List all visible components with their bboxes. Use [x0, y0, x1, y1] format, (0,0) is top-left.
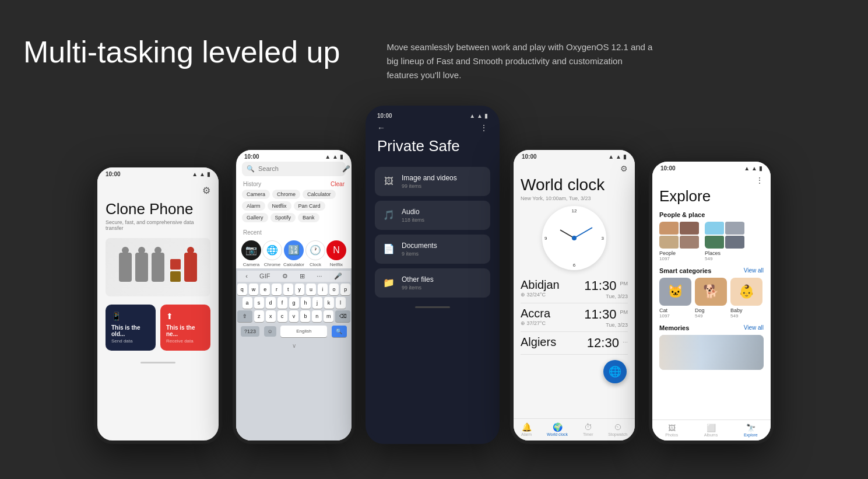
key-r[interactable]: r	[272, 284, 282, 295]
nav-albums[interactable]: ⬜ Albums	[704, 424, 718, 437]
audio-card[interactable]: 🎵 Audio 118 items	[375, 201, 490, 230]
dog-category[interactable]: 🐕 Dog 549	[695, 278, 727, 319]
smart-categories-row: 🐱 Cat 1097 🐕 Dog 549 👶 Baby 549	[659, 278, 764, 319]
key-p[interactable]: p	[340, 284, 350, 295]
key-v[interactable]: v	[289, 310, 299, 322]
tag-cloud: Camera Chrome Calculator Alarm Netflix P…	[236, 190, 352, 227]
nav-photos[interactable]: 🖼 Photos	[665, 424, 678, 437]
more-options[interactable]: ⋮	[480, 123, 488, 132]
key-o[interactable]: o	[329, 284, 339, 295]
key-n[interactable]: n	[312, 310, 322, 322]
app-chrome[interactable]: 🌐 Chrome	[262, 240, 282, 267]
docs-title: Documents	[402, 242, 482, 250]
send-data-card[interactable]: 📱 This is the old... Send data	[106, 305, 156, 351]
history-label: History	[243, 181, 261, 187]
memories-view-all[interactable]: View all	[744, 324, 764, 331]
audio-icon: 🎵	[383, 209, 395, 221]
tag-gallery[interactable]: Gallery	[242, 213, 268, 222]
places-group[interactable]: Places 549	[705, 222, 746, 261]
key-space[interactable]: English	[280, 326, 327, 337]
app-clock[interactable]: 🕐 Clock	[305, 240, 325, 267]
docs-count: 9 items	[402, 251, 482, 257]
figure-1	[119, 253, 132, 282]
key-f[interactable]: f	[277, 297, 287, 309]
documents-card[interactable]: 📄 Documents 9 items	[375, 235, 490, 264]
smart-view-all[interactable]: View all	[744, 267, 764, 274]
key-shift[interactable]: ⇧	[237, 310, 252, 322]
key-num[interactable]: ?123	[241, 326, 259, 337]
tag-camera[interactable]: Camera	[242, 190, 270, 199]
key-c[interactable]: c	[277, 310, 287, 322]
city-temp-2: ⊕ 37/27°C	[521, 320, 550, 326]
city-right-1: 11:30 PM Tue, 3/23	[584, 278, 628, 299]
tag-alarm[interactable]: Alarm	[242, 201, 265, 211]
key-y[interactable]: y	[295, 284, 305, 295]
key-a[interactable]: a	[243, 297, 252, 309]
images-videos-card[interactable]: 🖼 Image and videos 99 items	[375, 167, 490, 196]
app-camera[interactable]: 📷 Camera	[241, 240, 261, 267]
key-b[interactable]: b	[300, 310, 310, 322]
key-s[interactable]: s	[254, 297, 264, 309]
key-m[interactable]: m	[324, 310, 333, 322]
key-g[interactable]: g	[289, 297, 299, 309]
baby-category[interactable]: 👶 Baby 549	[730, 278, 762, 319]
nav-alarm[interactable]: 🔔 Alarm	[521, 422, 532, 436]
tag-calculator[interactable]: Calculator	[303, 190, 336, 199]
tag-spotify[interactable]: Spotify	[270, 213, 296, 222]
tag-pancard[interactable]: Pan Card	[294, 201, 325, 211]
signal-4: ▲	[608, 153, 614, 160]
app-netflix[interactable]: N Netflix	[326, 240, 346, 267]
people-places-row: People 1097 Places 549	[659, 222, 764, 261]
key-backspace[interactable]: ⌫	[335, 310, 350, 322]
key-z[interactable]: z	[254, 310, 264, 322]
world-clock-nav-label: World clock	[547, 432, 568, 436]
cat-category[interactable]: 🐱 Cat 1097	[659, 278, 691, 319]
more-options-5[interactable]: ⋮	[659, 176, 764, 185]
key-search-blue[interactable]: 🔍	[332, 326, 347, 337]
nav-world-clock[interactable]: 🌍 World clock	[547, 422, 568, 436]
other-files-card[interactable]: 📁 Other files 99 items	[375, 268, 490, 298]
key-k[interactable]: k	[324, 297, 334, 309]
key-t[interactable]: t	[283, 284, 293, 295]
receive-data-card[interactable]: ⬆ This is the ne... Receive data	[160, 305, 210, 351]
smart-section-header: Smart categories View all	[659, 267, 764, 274]
camera-icon: 📷	[241, 240, 261, 260]
kb-gif: GIF	[259, 272, 270, 280]
search-bar[interactable]: 🔍 🎤 ⋮ Cancel	[242, 162, 346, 176]
settings-icon[interactable]: ⚙	[106, 185, 210, 196]
app-calculator[interactable]: 🔢 Calculator	[283, 240, 304, 267]
tag-bank[interactable]: Bank	[298, 213, 319, 222]
tag-netflix[interactable]: Netflix	[268, 201, 291, 211]
places-count: 549	[705, 256, 746, 261]
people-group[interactable]: People 1097	[659, 222, 700, 261]
recent-label: Recent	[236, 227, 352, 238]
nav-stopwatch[interactable]: ⏲ Stopwatch	[608, 422, 627, 436]
clear-button[interactable]: Clear	[331, 181, 345, 187]
clock-bottom-nav: 🔔 Alarm 🌍 World clock ⏱ Timer ⏲ Stopwatc…	[514, 418, 635, 440]
key-h[interactable]: h	[301, 297, 311, 309]
nav-timer[interactable]: ⏱ Timer	[583, 422, 593, 436]
back-button[interactable]: ←	[377, 123, 385, 132]
add-city-fab[interactable]: 🌐	[603, 360, 627, 383]
signal-2: ▲	[325, 153, 331, 160]
action-cards: 📱 This is the old... Send data ⬆ This is…	[106, 305, 210, 351]
key-i[interactable]: i	[318, 284, 328, 295]
key-e[interactable]: e	[260, 284, 270, 295]
tag-chrome[interactable]: Chrome	[272, 190, 300, 199]
nav-explore[interactable]: 🔭 Explore	[744, 424, 758, 437]
key-d[interactable]: d	[266, 297, 276, 309]
key-u[interactable]: u	[306, 284, 316, 295]
key-j[interactable]: j	[312, 297, 322, 309]
settings-icon-4[interactable]: ⚙	[521, 164, 628, 173]
receive-data-label: Receive data	[166, 338, 205, 344]
key-x[interactable]: x	[266, 310, 276, 322]
key-q[interactable]: q	[237, 284, 247, 295]
key-emoji[interactable]: ☺	[264, 326, 276, 337]
memories-strip[interactable]	[659, 335, 764, 370]
status-icons-5: ▲ ▲ ▮	[744, 165, 762, 172]
key-w[interactable]: w	[249, 284, 259, 295]
place-photo-4	[725, 236, 744, 249]
key-l[interactable]: l	[336, 297, 346, 309]
boxes-group	[170, 259, 181, 282]
search-input[interactable]	[258, 165, 339, 172]
